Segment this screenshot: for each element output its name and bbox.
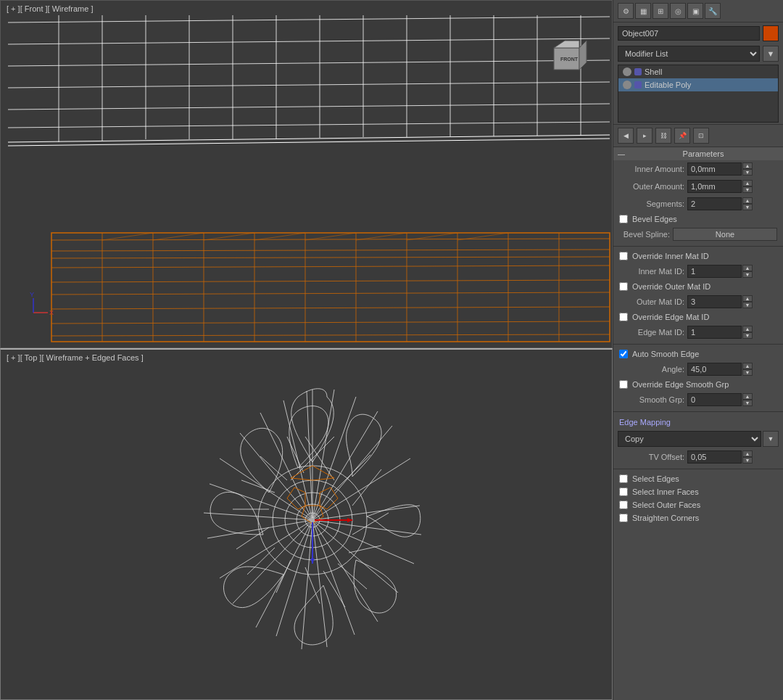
copy-dropdown-arrow[interactable]: ▼ (763, 431, 779, 447)
inner-mat-id-down[interactable]: ▼ (742, 271, 753, 278)
bevel-spline-label: Bevel Spline: (619, 230, 670, 239)
tv-offset-spinner: ▲ ▼ (742, 450, 753, 464)
angle-down[interactable]: ▼ (742, 369, 753, 376)
svg-point-114 (310, 518, 315, 522)
frame-icon[interactable]: ⊡ (693, 128, 709, 144)
collapse-icon: — (618, 150, 625, 158)
top-toolbar: ⚙ ▦ ⊞ ◎ ▣ 🔧 (613, 0, 783, 22)
copy-dropdown-row: Copy ▼ (613, 429, 783, 448)
pin2-icon[interactable]: 📌 (674, 128, 690, 144)
modifier-dropdown[interactable]: Modifier List (618, 46, 760, 62)
settings-icon[interactable]: ⚙ (618, 3, 634, 19)
pin-icon[interactable]: ◀ (618, 128, 634, 144)
edge-mat-id-spinner: ▲ ▼ (742, 326, 753, 339)
segments-input[interactable] (687, 197, 742, 210)
bevel-edges-label: Bevel Edges (632, 215, 677, 223)
smooth-grp-group: ▲ ▼ (687, 393, 777, 406)
override-edge-mat-row: Override Edge Mat ID (613, 310, 783, 324)
smooth-grp-up[interactable]: ▲ (742, 393, 753, 400)
color-swatch[interactable] (763, 25, 779, 41)
inner-mat-id-up[interactable]: ▲ (742, 265, 753, 271)
utility-icon[interactable]: 🔧 (705, 3, 721, 19)
inner-amount-up[interactable]: ▲ (742, 162, 753, 169)
override-edge-smooth-row: Override Edge Smooth Grp (613, 378, 783, 391)
visibility-icon-2[interactable] (623, 81, 631, 89)
segments-group: ▲ ▼ (687, 197, 777, 210)
tv-offset-up[interactable]: ▲ (742, 450, 753, 457)
parameters-section-header[interactable]: — Parameters (613, 147, 783, 160)
outer-amount-up[interactable]: ▲ (742, 180, 753, 186)
override-inner-mat-checkbox[interactable] (619, 252, 628, 260)
divider-4 (613, 469, 783, 469)
tv-offset-label: TV Offset: (619, 453, 684, 461)
override-edge-mat-checkbox[interactable] (619, 313, 628, 321)
angle-up[interactable]: ▲ (742, 363, 753, 369)
modifier-dropdown-btn[interactable]: ▼ (763, 46, 779, 62)
nav-cube[interactable]: FRONT (550, 37, 590, 77)
select-outer-faces-row: Select Outer Faces (613, 498, 783, 511)
tv-offset-input[interactable] (687, 450, 742, 464)
segments-up[interactable]: ▲ (742, 197, 753, 204)
inner-mat-id-input[interactable] (687, 265, 742, 278)
outer-amount-spinner: ▲ ▼ (742, 180, 753, 193)
play-icon[interactable]: ▸ (637, 128, 652, 144)
modifier-icon[interactable]: ◎ (670, 3, 686, 19)
edge-mat-id-group: ▲ ▼ (687, 326, 777, 339)
smooth-grp-down[interactable]: ▼ (742, 400, 753, 406)
modifier-light-icon (634, 68, 642, 75)
object-name-input[interactable] (618, 26, 760, 41)
outer-mat-id-up[interactable]: ▲ (742, 295, 753, 302)
modifier-shell-label: Shell (645, 67, 662, 76)
select-outer-faces-checkbox[interactable] (619, 501, 628, 509)
display-icon[interactable]: ▣ (687, 3, 703, 19)
copy-select[interactable]: Copy (618, 431, 761, 447)
divider-3 (613, 411, 783, 412)
edge-mat-id-input[interactable] (687, 326, 742, 339)
segments-down[interactable]: ▼ (742, 204, 753, 210)
outer-amount-input[interactable] (687, 180, 742, 193)
edge-mat-id-down[interactable]: ▼ (742, 332, 753, 339)
chain-icon[interactable]: ⛓ (655, 128, 671, 144)
grid-icon[interactable]: ⊞ (652, 3, 668, 19)
outer-amount-label: Outer Amount: (619, 182, 684, 191)
select-inner-faces-checkbox[interactable] (619, 487, 628, 496)
layers-icon[interactable]: ▦ (635, 3, 651, 19)
override-outer-mat-checkbox[interactable] (619, 282, 628, 291)
viewport-area: [ + ][ Front ][ Wireframe ] (0, 0, 613, 700)
inner-amount-input[interactable] (687, 162, 742, 176)
inner-mat-id-row: Inner Mat ID: ▲ ▼ (613, 263, 783, 280)
override-edge-smooth-checkbox[interactable] (619, 380, 628, 389)
viewport-top-label: [ + ][ Front ][ Wireframe ] (7, 4, 94, 13)
smooth-grp-input[interactable] (687, 393, 742, 406)
outer-mat-id-spinner: ▲ ▼ (742, 295, 753, 308)
visibility-icon[interactable] (623, 67, 631, 76)
modifier-editable-poly-label: Editable Poly (645, 81, 691, 89)
modifier-editable-poly[interactable]: Editable Poly (618, 78, 778, 91)
modifier-stack: Shell Editable Poly (618, 65, 779, 123)
inner-amount-down[interactable]: ▼ (742, 169, 753, 176)
svg-rect-0 (1, 1, 613, 348)
segments-row: Segments: ▲ ▼ (613, 195, 783, 213)
outer-mat-id-down[interactable]: ▼ (742, 302, 753, 308)
viewport-bottom[interactable]: [ + ][ Top ][ Wireframe + Edged Faces ] (0, 348, 613, 700)
modifier-shell[interactable]: Shell (618, 65, 778, 78)
outer-amount-down[interactable]: ▼ (742, 186, 753, 193)
svg-marker-55 (554, 41, 579, 48)
svg-marker-56 (579, 41, 587, 70)
auto-smooth-checkbox[interactable] (619, 350, 628, 358)
tv-offset-down[interactable]: ▼ (742, 457, 753, 464)
bevel-spline-none-btn[interactable]: None (673, 228, 777, 241)
override-outer-mat-label: Override Outer Mat ID (632, 282, 710, 291)
select-edges-checkbox[interactable] (619, 474, 628, 483)
parameters-title: Parameters (628, 149, 779, 158)
straighten-corners-row: Straighten Corners (613, 511, 783, 524)
edge-mat-id-up[interactable]: ▲ (742, 326, 753, 332)
right-panel: ⚙ ▦ ⊞ ◎ ▣ 🔧 Modifier List ▼ Shell (613, 0, 783, 700)
straighten-corners-checkbox[interactable] (619, 514, 628, 522)
bevel-edges-checkbox[interactable] (619, 215, 628, 223)
svg-text:Y: Y (30, 291, 34, 298)
angle-input[interactable] (687, 363, 742, 376)
inner-amount-group: ▲ ▼ (687, 162, 777, 176)
outer-mat-id-input[interactable] (687, 295, 742, 308)
viewport-top[interactable]: [ + ][ Front ][ Wireframe ] (0, 0, 613, 348)
